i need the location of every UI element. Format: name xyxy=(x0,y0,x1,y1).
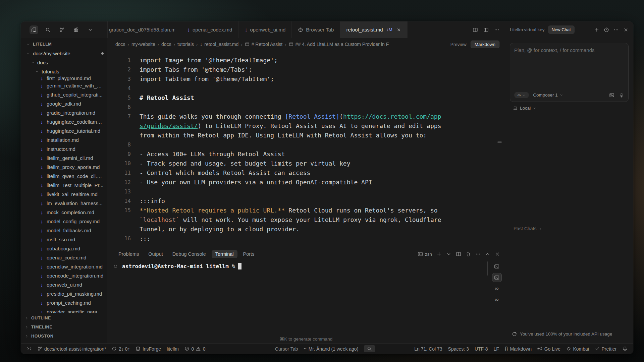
status-bell[interactable] xyxy=(623,346,628,351)
status-markdown[interactable]: {}Markdown xyxy=(505,346,532,352)
tree-folder-tutorials[interactable]: tutorials xyxy=(21,67,107,76)
status-docs-retool-assist-integration[interactable]: docs/retool-assist-integration* xyxy=(38,346,106,352)
code-line-1[interactable]: 1import Image from '@theme/IdealImage'; xyxy=(107,56,505,65)
editor-tab-gration-doc-d075fd58-plan-md[interactable]: gration_doc_d075fd58.plan.md xyxy=(108,21,181,38)
status-mr-nand-1-week-ago[interactable]: ~Mr. Ånand (1 week ago) xyxy=(304,346,358,352)
tree-file-github-copilot-integrati-[interactable]: ↓github_copilot_integrati... xyxy=(21,90,107,99)
code-line-12[interactable]: 12- Use your own LLM providers via a uni… xyxy=(107,178,505,187)
code-line-16[interactable]: 16::: xyxy=(107,234,505,243)
code-line-11[interactable]: 11- Control which models Retool Assist c… xyxy=(107,168,505,178)
chevron-down-icon[interactable] xyxy=(446,251,451,257)
code-line-14[interactable]: 14:::info xyxy=(107,196,505,206)
status-kombai[interactable]: Kombai xyxy=(566,346,589,352)
terminal-session-terminal[interactable] xyxy=(492,262,502,271)
code-editor[interactable]: 1import Image from '@theme/IdealImage';2… xyxy=(107,50,505,248)
tree-file-litellm-proxy-aporia-md[interactable]: ↓litellm_proxy_aporia.md xyxy=(21,163,107,172)
code-line-6[interactable]: 6 xyxy=(107,103,505,112)
tree-file-openclaw-integration-md[interactable]: ↓openclaw_integration.md xyxy=(21,262,107,271)
editor-scrollbar-thumb[interactable] xyxy=(497,141,502,143)
agent-mode-selector[interactable]: ∞ xyxy=(514,92,529,98)
clock-icon[interactable] xyxy=(604,27,609,33)
terminal-session-terminal[interactable] xyxy=(492,273,502,282)
panel-tab-ports[interactable]: Ports xyxy=(239,250,258,258)
tree-file-litellm-qwen-code-cli-md[interactable]: ↓litellm_qwen_code_cli.md xyxy=(21,172,107,181)
attach-image-icon[interactable] xyxy=(609,93,614,98)
activity-chevron-down-button[interactable] xyxy=(86,25,95,34)
activity-search-button[interactable] xyxy=(44,25,52,34)
tree-file-litellm-test-multiple-pr-[interactable]: ↓litellm_Test_Multiple_Pr... xyxy=(21,181,107,190)
code-line-5[interactable]: 5# Retool Assist xyxy=(107,93,505,103)
status-ln-71-col-73[interactable]: Ln 71, Col 73 xyxy=(414,346,442,352)
status-search[interactable] xyxy=(364,345,375,352)
kebab-icon[interactable] xyxy=(613,27,619,33)
close-icon[interactable] xyxy=(396,27,401,32)
microphone-icon[interactable] xyxy=(619,93,624,98)
terminal-session-infinity[interactable]: ∞ xyxy=(492,284,502,293)
breadcrumb-item[interactable]: my-website xyxy=(131,42,155,47)
tree-file-provider-specific-para-[interactable]: ↓provider_specific_para... xyxy=(21,307,107,313)
ai-input-box[interactable]: Plan, @ for context, / for commands ∞ Co… xyxy=(510,43,629,102)
code-line-10[interactable]: 10- Track spend and usage, set budget li… xyxy=(107,159,505,168)
explorer-root-header[interactable]: LITELLM xyxy=(21,40,107,49)
editor-tab-retool-assist-md[interactable]: retool_assist.md↓M xyxy=(340,21,407,38)
tree-file-model-fallbacks-md[interactable]: ↓model_fallbacks.md xyxy=(21,226,107,235)
activity-extensions-button[interactable] xyxy=(72,25,80,34)
panel-tab-terminal[interactable]: Terminal xyxy=(212,250,237,258)
breadcrumb-item[interactable]: docs xyxy=(161,42,171,47)
tree-file-openweb-ui-md[interactable]: ↓openweb_ui.md xyxy=(21,280,107,289)
plus-icon[interactable] xyxy=(594,27,599,33)
status-lf[interactable]: LF xyxy=(494,346,499,352)
code-line-15[interactable]: 15**Hosted Retool requires a public URL.… xyxy=(107,206,505,234)
breadcrumb-item[interactable]: # Retool Assist xyxy=(245,42,283,47)
tree-file-livekit-xai-realtime-md[interactable]: ↓livekit_xai_realtime.md xyxy=(21,190,107,199)
plus-icon[interactable] xyxy=(436,251,442,257)
tree-file-installation-md[interactable]: ↓installation.md xyxy=(21,135,107,144)
status-utf-8[interactable]: UTF-8 xyxy=(475,346,488,352)
code-line-13[interactable]: 13 xyxy=(107,187,505,196)
layout-icon[interactable] xyxy=(483,27,489,33)
status-remote[interactable] xyxy=(27,346,32,351)
breadcrumb-item[interactable]: tutorials xyxy=(177,42,194,47)
terminal-icon[interactable] xyxy=(418,251,423,257)
tree-file-google-adk-md[interactable]: ↓google_adk.md xyxy=(21,99,107,108)
close-icon[interactable] xyxy=(495,251,500,257)
breadcrumb-item[interactable]: ## 4. Add LiteLLM as a Custom Provider i… xyxy=(289,42,389,47)
breadcrumb-item[interactable]: ↓retool_assist.md xyxy=(200,42,238,47)
tree-file-opencode-integration-md[interactable]: ↓opencode_integration.md xyxy=(21,271,107,280)
status-0[interactable]: 00 xyxy=(184,346,206,352)
code-line-2[interactable]: 2import Tabs from '@theme/Tabs'; xyxy=(107,65,505,74)
preview-button[interactable]: Preview xyxy=(450,42,467,47)
tree-file-instructor-md[interactable]: ↓instructor.md xyxy=(21,144,107,154)
panel-tab-output[interactable]: Output xyxy=(145,250,167,258)
code-line-8[interactable]: 8 xyxy=(107,140,505,149)
activity-git-branch-button[interactable] xyxy=(58,25,66,34)
tree-file-msft-sso-md[interactable]: ↓msft_sso.md xyxy=(21,235,107,244)
status-spaces-3[interactable]: Spaces: 3 xyxy=(448,346,469,352)
trash-icon[interactable] xyxy=(466,251,471,257)
code-line-3[interactable]: 3import TabItem from '@theme/TabItem'; xyxy=(107,74,505,84)
split-icon[interactable] xyxy=(456,251,461,257)
activity-files-button[interactable] xyxy=(30,25,38,34)
editor-tab-openweb-ui-md[interactable]: ↓openweb_ui.md xyxy=(238,21,292,38)
markdown-button[interactable]: Markdown xyxy=(471,41,499,48)
close-icon[interactable] xyxy=(623,27,629,33)
tree-folder-docs-my-website[interactable]: docs/my-website xyxy=(21,49,107,58)
editor-tab-browser-tab[interactable]: Browser Tab xyxy=(292,21,340,38)
code-line-4[interactable]: 4 xyxy=(107,84,505,93)
tree-file-mock-completion-md[interactable]: ↓mock_completion.md xyxy=(21,208,107,217)
sidebar-section-houston[interactable]: HOUSTON xyxy=(21,331,107,341)
terminal[interactable]: astrodevil@Astro-Mac-mini litellm % xyxy=(107,260,489,335)
editor-tab-openai-codex-md[interactable]: ↓openai_codex.md xyxy=(181,21,238,38)
kebab-icon[interactable] xyxy=(494,27,499,33)
status-prettier[interactable]: Prettier xyxy=(595,346,617,352)
new-chat-button[interactable]: New Chat xyxy=(548,25,575,34)
sidebar-section-timeline[interactable]: TIMELINE xyxy=(21,322,107,331)
sidebar-section-outline[interactable]: OUTLINE xyxy=(21,313,107,322)
status-cursor-tab[interactable]: Cursor Tab xyxy=(275,346,298,352)
tree-folder-docs[interactable]: docs xyxy=(21,58,107,67)
tree-file-huggingface-codellama-[interactable]: ↓huggingface_codellama... xyxy=(21,117,107,126)
tree-file-gradio-integration-md[interactable]: ↓gradio_integration.md xyxy=(21,108,107,117)
tree-file-litellm-gemini-cli-md[interactable]: ↓litellm_gemini_cli.md xyxy=(21,154,107,163)
composer-selector[interactable]: Composer 1 xyxy=(533,93,563,98)
tree-file-presidio-pii-masking-md[interactable]: ↓presidio_pii_masking.md xyxy=(21,289,107,298)
